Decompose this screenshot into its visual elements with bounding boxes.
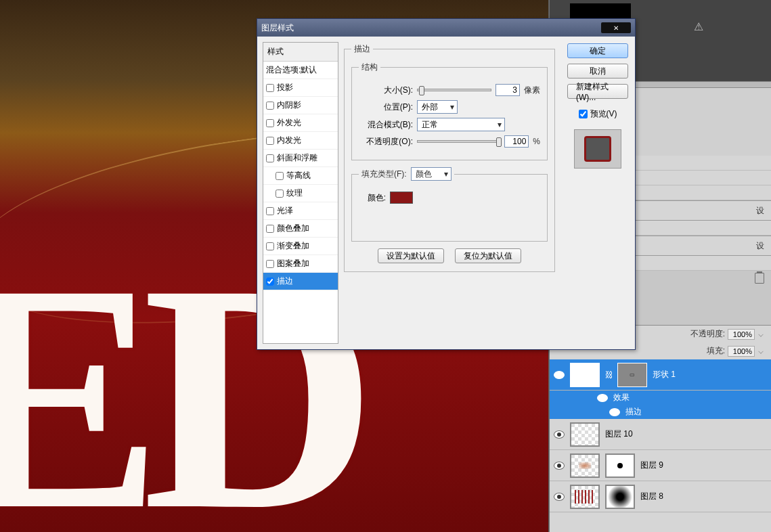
color-label: 颜色:	[359, 192, 386, 204]
preview-checkbox[interactable]	[579, 110, 588, 118]
style-item-texture[interactable]: 纹理	[263, 185, 338, 202]
blendmode-dropdown[interactable]: 正常	[417, 118, 505, 131]
item-label: 渐变叠加	[277, 240, 309, 252]
new-style-button[interactable]: 新建样式(W)...	[567, 84, 628, 99]
dialog-buttons: 确定 取消 新建样式(W)... 预览(V)	[560, 37, 635, 349]
style-item-bevel[interactable]: 斜面和浮雕	[263, 150, 338, 167]
style-list-header[interactable]: 样式	[263, 43, 338, 62]
layer-fx-stroke-row[interactable]: 描边	[550, 405, 771, 419]
fx-label: 效果	[613, 392, 630, 403]
layer-thumb[interactable]	[570, 363, 600, 387]
item-label: 颜色叠加	[277, 223, 309, 234]
reset-default-button[interactable]: 复位为默认值	[455, 248, 521, 263]
style-item-pattern-overlay[interactable]: 图案叠加	[263, 255, 338, 273]
cancel-button[interactable]: 取消	[567, 64, 628, 79]
item-label: 外发光	[277, 117, 301, 129]
checkbox[interactable]	[266, 154, 274, 162]
layer-name[interactable]: 图层 9	[640, 460, 767, 471]
layer-fx-row[interactable]: 效果	[550, 391, 771, 405]
panel-tab-label: 设	[756, 240, 764, 252]
checkbox[interactable]	[266, 207, 274, 215]
warning-icon: ⚠	[694, 20, 703, 33]
structure-fieldset: 结构 大小(S): 像素 位置(P): 外部 混合模式(B): 正常	[351, 62, 548, 160]
style-item-drop-shadow[interactable]: 投影	[263, 79, 338, 97]
dialog-title: 图层样式	[261, 22, 294, 34]
blending-options-item[interactable]: 混合选项:默认	[263, 62, 338, 79]
size-unit: 像素	[524, 85, 540, 96]
style-item-inner-glow[interactable]: 内发光	[263, 132, 338, 150]
layer-fill-field[interactable]: 填充: 100%	[707, 345, 764, 357]
layers-list[interactable]: ⛓ ▭ 形状 1 效果 描边 图层 10 图层 9	[550, 359, 771, 532]
layer-fill-label: 填充:	[707, 345, 725, 357]
position-label: 位置(P):	[359, 102, 413, 113]
vector-mask-thumb[interactable]: ▭	[617, 363, 647, 387]
layer-name[interactable]: 图层 10	[605, 428, 767, 440]
style-item-outer-glow[interactable]: 外发光	[263, 114, 338, 132]
style-item-inner-shadow[interactable]: 内阴影	[263, 97, 338, 114]
preview-label: 预览(V)	[590, 108, 617, 120]
close-button[interactable]	[601, 22, 631, 33]
checkbox[interactable]	[266, 225, 274, 233]
chevron-down-icon[interactable]	[758, 349, 763, 353]
layer-row-shape1[interactable]: ⛓ ▭ 形状 1	[550, 359, 771, 391]
trash-icon[interactable]	[755, 273, 764, 284]
layer-fill-value[interactable]: 100%	[728, 346, 755, 357]
visibility-icon[interactable]	[554, 493, 565, 501]
panel-tab-label: 设	[756, 205, 764, 217]
opacity-label: 不透明度(O):	[359, 136, 413, 148]
style-item-gradient-overlay[interactable]: 渐变叠加	[263, 238, 338, 255]
style-item-color-overlay[interactable]: 颜色叠加	[263, 220, 338, 238]
visibility-icon[interactable]	[554, 371, 565, 379]
size-input[interactable]	[495, 84, 520, 96]
style-item-contour[interactable]: 等高线	[263, 167, 338, 185]
checkbox[interactable]	[276, 172, 284, 180]
checkbox[interactable]	[266, 137, 274, 145]
link-icon[interactable]: ⛓	[605, 370, 612, 380]
make-default-button[interactable]: 设置为默认值	[378, 248, 444, 263]
layer-mask-thumb[interactable]	[605, 485, 635, 509]
layer-name[interactable]: 图层 8	[640, 491, 767, 502]
preview-checkbox-row[interactable]: 预览(V)	[567, 108, 628, 120]
item-label: 等高线	[286, 170, 311, 181]
item-label: 图案叠加	[277, 258, 309, 269]
filltype-dropdown[interactable]: 颜色	[411, 167, 451, 181]
layer-name[interactable]: 形状 1	[653, 369, 767, 380]
layer-row-layer10[interactable]: 图层 10	[550, 419, 771, 450]
visibility-icon[interactable]	[609, 408, 620, 416]
ok-button[interactable]: 确定	[567, 43, 628, 58]
opacity-slider[interactable]	[417, 140, 500, 143]
position-dropdown[interactable]: 外部	[417, 100, 458, 114]
visibility-icon[interactable]	[554, 462, 565, 470]
layer-row-layer9[interactable]: 图层 9	[550, 450, 771, 481]
visibility-icon[interactable]	[597, 394, 608, 402]
layer-row-layer8[interactable]: 图层 8	[550, 481, 771, 512]
checkbox[interactable]	[266, 119, 274, 127]
style-item-stroke[interactable]: 描边	[263, 273, 338, 290]
item-label: 光泽	[277, 205, 293, 217]
opacity-input[interactable]	[504, 135, 529, 148]
chevron-down-icon[interactable]	[758, 332, 763, 336]
checkbox[interactable]	[266, 260, 274, 268]
checkbox[interactable]	[266, 84, 274, 92]
size-slider[interactable]	[417, 89, 491, 91]
item-label: 描边	[277, 275, 293, 287]
layer-opacity-field[interactable]: 不透明度: 100%	[690, 328, 764, 340]
checkbox[interactable]	[266, 242, 274, 250]
layer-thumb[interactable]	[570, 485, 600, 509]
checkbox[interactable]	[266, 102, 274, 110]
layer-opacity-value[interactable]: 100%	[728, 329, 755, 340]
checkbox[interactable]	[276, 190, 284, 198]
layer-thumb[interactable]	[570, 453, 600, 478]
stroke-color-swatch[interactable]	[390, 192, 413, 204]
fill-fieldset: 填充类型(F): 颜色 颜色:	[351, 167, 548, 242]
style-item-satin[interactable]: 光泽	[263, 202, 338, 220]
dialog-titlebar[interactable]: 图层样式	[257, 19, 635, 37]
checkbox[interactable]	[266, 278, 274, 286]
layer-style-dialog: 图层样式 样式 混合选项:默认 投影 内阴影 外发光 内发光 斜面和浮雕 等高线…	[257, 18, 636, 350]
filltype-label: 填充类型(F):	[361, 169, 407, 179]
visibility-icon[interactable]	[554, 430, 565, 439]
layer-opacity-label: 不透明度:	[690, 328, 725, 340]
stroke-legend: 描边	[351, 43, 373, 55]
layer-mask-thumb[interactable]	[605, 453, 635, 478]
layer-thumb[interactable]	[570, 422, 600, 447]
